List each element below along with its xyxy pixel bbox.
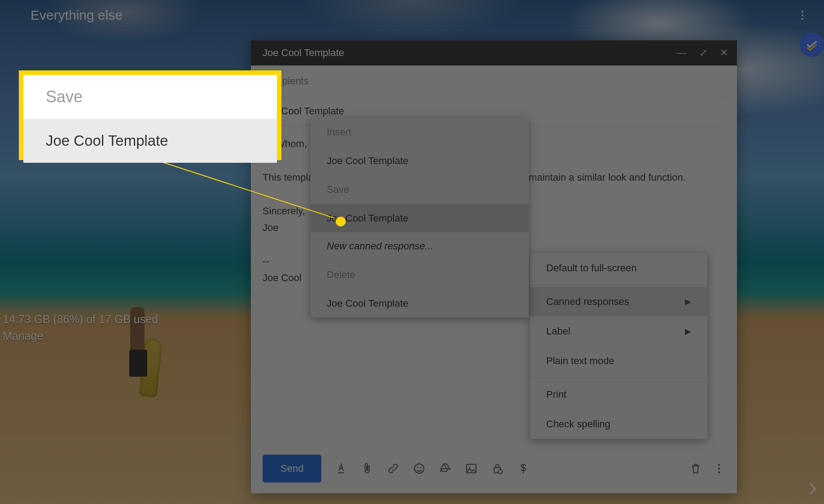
trash-icon[interactable] (689, 462, 702, 475)
minimize-icon[interactable]: — (677, 47, 687, 59)
expand-icon[interactable]: ⤢ (699, 47, 707, 59)
menu-check-spelling[interactable]: Check spelling (530, 409, 707, 439)
submenu-save-header: Save (311, 175, 529, 204)
storage-info: 14.73 GB (86%) of 17 GB used Manage (3, 313, 158, 346)
svg-point-8 (718, 468, 720, 470)
callout-highlight: Save Joe Cool Template (19, 70, 281, 160)
menu-canned-responses[interactable]: Canned responses▶ (530, 287, 707, 317)
storage-usage: 14.73 GB (86%) of 17 GB used (3, 313, 158, 326)
svg-point-6 (499, 469, 503, 474)
submenu-delete-template[interactable]: Joe Cool Template (311, 290, 529, 317)
compose-header: Joe Cool Template — ⤢ ✕ (251, 40, 737, 65)
emoji-icon[interactable] (413, 462, 425, 475)
recipients-field[interactable]: Recipients (263, 65, 725, 97)
more-options-menu: Default to full-screen Canned responses▶… (530, 253, 707, 439)
svg-point-9 (718, 471, 720, 474)
svg-point-2 (420, 467, 421, 468)
kebab-menu-icon[interactable] (802, 11, 811, 20)
submenu-delete-header: Delete (311, 260, 529, 290)
chevron-right-icon: ▶ (685, 326, 691, 336)
more-options-icon[interactable] (713, 462, 725, 475)
attach-icon[interactable] (361, 462, 373, 475)
menu-label[interactable]: Label▶ (530, 317, 707, 346)
chevron-right-icon[interactable] (802, 478, 824, 500)
money-icon[interactable] (517, 462, 530, 475)
callout-save-label: Save (23, 75, 277, 119)
svg-point-1 (417, 467, 418, 468)
menu-plain-text[interactable]: Plain text mode (530, 346, 707, 376)
page-header: Everything else (0, 0, 824, 30)
storage-manage-link[interactable]: Manage (3, 330, 158, 343)
send-button[interactable]: Send (263, 455, 321, 482)
compose-title: Joe Cool Template (263, 47, 344, 59)
image-icon[interactable] (465, 462, 478, 475)
confidential-icon[interactable] (491, 462, 504, 475)
chevron-right-icon: ▶ (685, 297, 691, 307)
svg-point-4 (469, 466, 471, 468)
svg-point-7 (718, 464, 720, 466)
page-title: Everything else (31, 8, 123, 23)
close-icon[interactable]: ✕ (720, 47, 728, 59)
tasks-icon[interactable] (800, 33, 824, 57)
text-format-icon[interactable] (335, 462, 347, 475)
submenu-new-canned[interactable]: New canned response... (311, 232, 529, 260)
compose-toolbar: Send (263, 455, 725, 482)
submenu-insert-header: Insert (311, 117, 529, 147)
menu-default-fullscreen[interactable]: Default to full-screen (530, 253, 707, 283)
link-icon[interactable] (387, 462, 399, 475)
callout-template-label: Joe Cool Template (23, 119, 277, 163)
submenu-insert-template[interactable]: Joe Cool Template (311, 147, 529, 175)
menu-print[interactable]: Print (530, 380, 707, 409)
svg-point-0 (415, 464, 424, 474)
drive-icon[interactable] (439, 462, 451, 475)
callout-dot (336, 217, 346, 226)
